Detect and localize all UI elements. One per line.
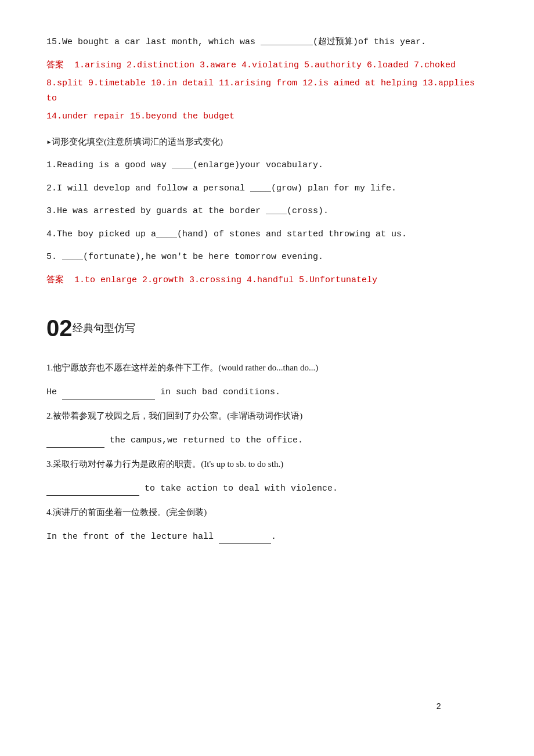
word-form-questions: 1.Reading is a good way ____(enlarge)you… <box>46 158 488 265</box>
sentence-q3-zh: 3.采取行动对付暴力行为是政府的职责。(It's up to sb. to do… <box>46 457 488 473</box>
answer-content-1: 1.arising 2.distinction 3.aware 4.violat… <box>74 60 456 70</box>
q4-text: 4.The boy picked up a____(hand) of stone… <box>46 229 407 239</box>
page-number: 2 <box>436 700 441 714</box>
answer-label-2: 答案 <box>46 275 74 285</box>
section-02: 02经典句型仿写 1.他宁愿放弃也不愿在这样差的条件下工作。(would rat… <box>46 308 488 544</box>
word-form-q1: 1.Reading is a good way ____(enlarge)you… <box>46 158 488 173</box>
sentence-q3-blank <box>46 481 139 496</box>
word-form-q2: 2.I will develop and follow a personal _… <box>46 181 488 196</box>
sentence-q1-en: He in such bad conditions. <box>46 384 488 400</box>
sentence-q4-zh: 4.演讲厅的前面坐着一位教授。(完全倒装) <box>46 505 488 521</box>
sentence-q4: 4.演讲厅的前面坐着一位教授。(完全倒装) In the front of th… <box>46 505 488 544</box>
sentence-q3-zh-text: 3.采取行动对付暴力行为是政府的职责。(It's up to sb. to do… <box>46 459 283 469</box>
sentence-q2-en-text: the campus,we returned to the office. <box>46 435 303 445</box>
sentence-q2-zh: 2.被带着参观了校园之后，我们回到了办公室。(非谓语动词作状语) <box>46 409 488 424</box>
section-02-number: 02 <box>46 315 73 341</box>
section-header-word-form: ▸词形变化填空(注意所填词汇的适当形式变化) <box>46 135 488 150</box>
word-form-q3: 3.He was arrested by guards at the borde… <box>46 204 488 219</box>
answer-label-1: 答案 <box>46 60 74 70</box>
sentence-q4-blank <box>219 529 271 545</box>
answer-line-3: 14.under repair 15.beyond the budget <box>46 109 488 124</box>
answer-content-2: 8.split 9.timetable 10.in detail 11.aris… <box>46 78 475 103</box>
page-number-text: 2 <box>436 702 441 711</box>
answer-line-2: 8.split 9.timetable 10.in detail 11.aris… <box>46 76 488 106</box>
answer-content-section2: 1.to enlarge 2.growth 3.crossing 4.handf… <box>74 275 377 285</box>
sentence-q1-zh-text: 1.他宁愿放弃也不愿在这样差的条件下工作。(would rather do...… <box>46 363 318 372</box>
arrow-icon: ▸ <box>46 138 52 147</box>
question-15-text: 15.We bought a car last month, which was… <box>46 37 426 47</box>
section-02-header: 02经典句型仿写 <box>46 308 488 348</box>
sentence-q1-blank <box>62 384 155 400</box>
answer-content-3: 14.under repair 15.beyond the budget <box>46 111 234 121</box>
sentence-q3: 3.采取行动对付暴力行为是政府的职责。(It's up to sb. to do… <box>46 457 488 496</box>
sentence-q1-en-text: He in such bad conditions. <box>46 387 280 397</box>
sentence-q4-en-text: In the front of the lecture hall . <box>46 532 276 542</box>
sentence-q2-en: the campus,we returned to the office. <box>46 433 488 448</box>
section-02-title: 经典句型仿写 <box>73 322 135 334</box>
sentence-q1-zh: 1.他宁愿放弃也不愿在这样差的条件下工作。(would rather do...… <box>46 361 488 376</box>
sentence-q4-en: In the front of the lecture hall . <box>46 529 488 545</box>
sentence-q2: 2.被带着参观了校园之后，我们回到了办公室。(非谓语动词作状语) the cam… <box>46 409 488 448</box>
sentence-q4-zh-text: 4.演讲厅的前面坐着一位教授。(完全倒装) <box>46 507 207 517</box>
answer-line-section2: 答案 1.to enlarge 2.growth 3.crossing 4.ha… <box>46 273 488 288</box>
q2-text: 2.I will develop and follow a personal _… <box>46 183 396 193</box>
sentence-q3-en: to take action to deal with violence. <box>46 481 488 496</box>
q5-text: 5. ____(fortunate),he won't be here tomo… <box>46 252 323 262</box>
sentence-q2-blank <box>46 433 104 448</box>
q3-text: 3.He was arrested by guards at the borde… <box>46 206 329 216</box>
section-header-text: 词形变化填空(注意所填词汇的适当形式变化) <box>52 137 223 146</box>
q1-text: 1.Reading is a good way ____(enlarge)you… <box>46 160 323 170</box>
answer-section-1: 答案 1.arising 2.distinction 3.aware 4.vio… <box>46 58 488 124</box>
answer-line-1: 答案 1.arising 2.distinction 3.aware 4.vio… <box>46 58 488 73</box>
sentence-q3-en-text: to take action to deal with violence. <box>46 484 338 494</box>
sentence-q2-zh-text: 2.被带着参观了校园之后，我们回到了办公室。(非谓语动词作状语) <box>46 411 302 420</box>
question-15: 15.We bought a car last month, which was… <box>46 35 488 50</box>
word-form-q5: 5. ____(fortunate),he won't be here tomo… <box>46 250 488 265</box>
sentence-q1: 1.他宁愿放弃也不愿在这样差的条件下工作。(would rather do...… <box>46 361 488 399</box>
answer-section-2: 答案 1.to enlarge 2.growth 3.crossing 4.ha… <box>46 273 488 288</box>
word-form-q4: 4.The boy picked up a____(hand) of stone… <box>46 227 488 242</box>
